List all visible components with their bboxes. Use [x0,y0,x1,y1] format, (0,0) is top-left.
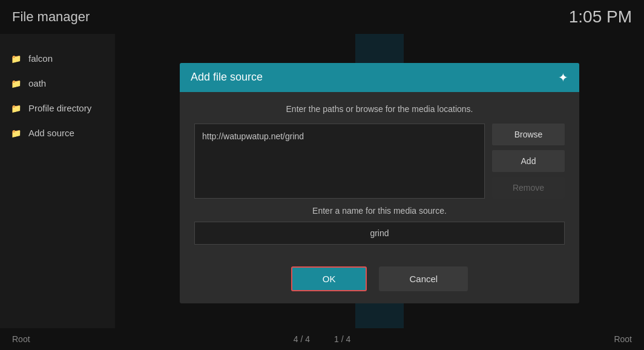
modal-overlay: Add file source ✦ Enter the paths or bro… [115,34,644,332]
sidebar-item-label-oath: oath [28,78,46,88]
modal-body: Enter the paths or browse for the media … [180,92,579,257]
modal-title: Add file source [191,71,263,84]
top-bar: File manager 1:05 PM [0,0,644,34]
bottom-bar: Root 4 / 4 1 / 4 Root [0,328,644,350]
sidebar-item-label-add-source: Add source [28,128,74,138]
folder-icon-profile: 📁 [11,104,21,113]
modal-footer: OK Cancel [180,257,579,303]
source-input-area[interactable]: http://watupwatup.net/grind [194,124,485,199]
bottom-right: Root [614,334,632,344]
content-area: Add file source ✦ Enter the paths or bro… [115,34,644,332]
sidebar: 📁 falcon 📁 oath 📁 Profile directory 📁 Ad… [0,34,115,332]
clock: 1:05 PM [569,7,632,27]
sidebar-item-profile-directory[interactable]: 📁 Profile directory [0,96,115,121]
sidebar-item-label-profile: Profile directory [28,103,91,113]
source-row: http://watupwatup.net/grind Browse Add R… [194,124,565,199]
folder-icon-oath: 📁 [11,79,21,88]
folder-icon-falcon: 📁 [11,54,21,64]
bottom-page-left: 4 / 4 [294,334,310,344]
bottom-center: 4 / 4 1 / 4 [294,334,351,344]
browse-button[interactable]: Browse [492,124,565,145]
app-title: File manager [12,9,90,25]
remove-button[interactable]: Remove [492,177,565,199]
name-section: Enter a name for this media source. [194,206,565,245]
name-instruction: Enter a name for this media source. [194,206,565,216]
sidebar-item-add-source[interactable]: 📁 Add source [0,121,115,145]
kodi-logo-icon: ✦ [558,70,568,85]
name-input[interactable] [194,222,565,245]
ok-button[interactable]: OK [291,266,367,291]
sidebar-item-label-falcon: falcon [28,53,53,64]
source-buttons: Browse Add Remove [492,124,565,199]
sidebar-item-oath[interactable]: 📁 oath [0,71,115,96]
folder-icon-add-source: 📁 [11,128,21,138]
add-button[interactable]: Add [492,150,565,172]
cancel-button[interactable]: Cancel [379,266,468,291]
main-layout: 📁 falcon 📁 oath 📁 Profile directory 📁 Ad… [0,34,644,332]
modal-header: Add file source ✦ [180,63,579,92]
bottom-page-right: 1 / 4 [334,334,350,344]
source-url-text: http://watupwatup.net/grind [202,131,477,141]
modal-instruction: Enter the paths or browse for the media … [194,104,565,114]
bottom-left: Root [12,334,30,344]
add-file-source-dialog: Add file source ✦ Enter the paths or bro… [180,63,579,303]
sidebar-item-falcon[interactable]: 📁 falcon [0,46,115,71]
